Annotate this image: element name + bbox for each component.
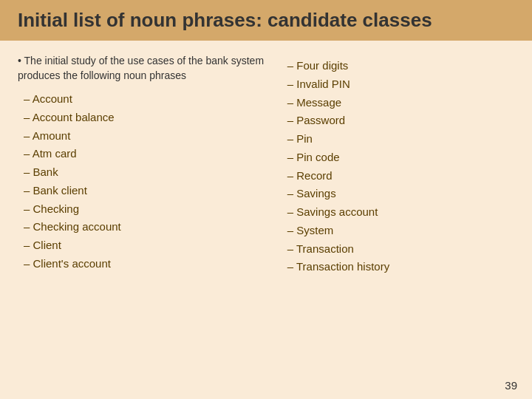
list-item: – Checking <box>18 200 274 219</box>
list-item: – Pin <box>282 130 514 149</box>
list-item: – Account balance <box>18 109 274 127</box>
left-column: • The initial study of the use cases of … <box>18 54 274 276</box>
list-item: – Transaction <box>282 240 514 259</box>
list-item: – Client <box>18 236 274 255</box>
list-item: – Bank client <box>18 182 274 200</box>
list-item: – Four digits <box>282 57 514 75</box>
page-number: 39 <box>505 379 517 392</box>
list-item: – Account <box>18 90 274 109</box>
right-noun-list: – Four digits– Invalid PIN– Message– Pas… <box>282 57 514 276</box>
list-item: – Savings <box>282 185 514 203</box>
list-item: – Amount <box>18 127 274 146</box>
title-bar: Initial list of noun phrases: candidate … <box>0 0 532 41</box>
list-item: – System <box>282 222 514 240</box>
slide: Initial list of noun phrases: candidate … <box>0 0 532 399</box>
slide-title: Initial list of noun phrases: candidate … <box>18 9 514 32</box>
list-item: – Client's account <box>18 255 274 273</box>
list-item: – Invalid PIN <box>282 75 514 94</box>
right-column: – Four digits– Invalid PIN– Message– Pas… <box>282 54 514 276</box>
list-item: – Password <box>282 112 514 130</box>
intro-text: • The initial study of the use cases of … <box>18 54 274 83</box>
list-item: – Transaction history <box>282 258 514 276</box>
list-item: – Message <box>282 94 514 112</box>
list-item: – Atm card <box>18 145 274 163</box>
list-item: – Checking account <box>18 218 274 236</box>
left-noun-list: – Account– Account balance– Amount– Atm … <box>18 90 274 273</box>
content-area: • The initial study of the use cases of … <box>0 54 532 276</box>
list-item: – Record <box>282 167 514 185</box>
list-item: – Pin code <box>282 149 514 167</box>
list-item: – Bank <box>18 163 274 182</box>
list-item: – Savings account <box>282 203 514 222</box>
